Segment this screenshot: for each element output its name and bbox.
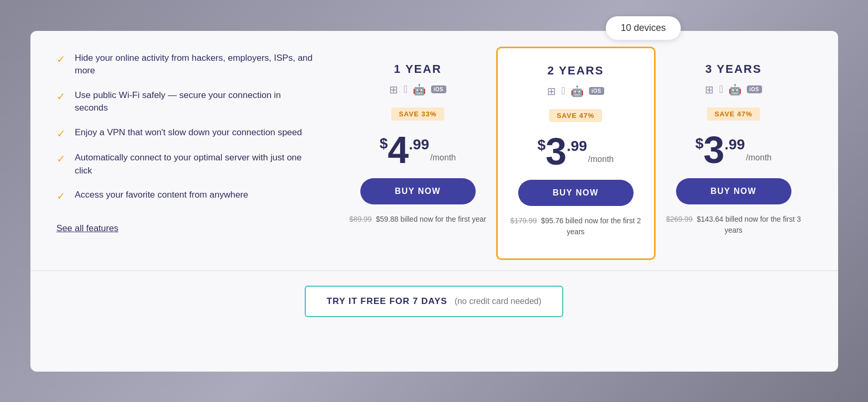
feature-item-3: ✓ Enjoy a VPN that won't slow down your …: [57, 126, 314, 140]
billed-original-2years: $179.99: [510, 216, 537, 225]
feature-text-2: Use public Wi-Fi safely — secure your co…: [75, 89, 314, 115]
feature-item-4: ✓ Automatically connect to your optimal …: [57, 151, 314, 177]
plan-1year-label: 1 YEAR: [394, 62, 442, 76]
feature-item-2: ✓ Use public Wi-Fi safely — secure your …: [57, 89, 314, 115]
price-period-2: /month: [588, 155, 614, 170]
check-icon-2: ✓: [57, 90, 66, 103]
feature-text-1: Hide your online activity from hackers, …: [75, 52, 314, 78]
feature-item-5: ✓ Access your favorite content from anyw…: [57, 189, 314, 202]
features-column: ✓ Hide your online activity from hackers…: [57, 52, 329, 255]
ios-badge-3: iOS: [747, 85, 762, 93]
feature-item-1: ✓ Hide your online activity from hackers…: [57, 52, 314, 78]
plan-2years-save: SAVE 47%: [549, 109, 602, 122]
plan-1year: 1 YEAR ⊞  🤖 iOS SAVE 33% $ 4 .99 /month…: [340, 52, 496, 255]
devices-badge: 10 devices: [606, 16, 680, 40]
plan-2years: 2 YEARS ⊞  🤖 iOS SAVE 47% $ 3 .99 /mont…: [496, 47, 656, 260]
check-icon-4: ✓: [57, 153, 66, 165]
windows-icon-3: ⊞: [705, 83, 714, 96]
price-dollar-1: $: [380, 135, 388, 152]
plan-3years-price: $ 3 .99 /month: [695, 131, 771, 169]
android-icon-3: 🤖: [728, 83, 742, 96]
bottom-section: TRY IT FREE FOR 7 DAYS (no credit card n…: [30, 270, 838, 333]
free-trial-main-text: TRY IT FREE FOR 7 DAYS: [327, 296, 447, 307]
pricing-card: 10 devices ✓ Hide your online activity f…: [30, 31, 838, 372]
price-main-2: 3: [545, 133, 566, 170]
billed-original-1year: $89.99: [349, 215, 372, 223]
ios-badge-2: iOS: [589, 87, 604, 95]
price-decimal-1: .99: [409, 136, 429, 153]
plan-3years-label: 3 YEARS: [705, 62, 762, 76]
windows-icon-2: ⊞: [547, 85, 556, 97]
android-icon: 🤖: [413, 83, 426, 96]
check-icon-1: ✓: [57, 53, 66, 66]
plan-2years-price: $ 3 .99 /month: [538, 133, 614, 170]
check-icon-3: ✓: [57, 127, 66, 140]
pricing-area: 1 YEAR ⊞  🤖 iOS SAVE 33% $ 4 .99 /month…: [340, 52, 812, 255]
billed-text-2years: $95.76 billed now for the first 2 years: [541, 216, 641, 236]
price-decimal-2: .99: [566, 138, 587, 155]
billed-info-2years: $179.99 $95.76 billed now for the first …: [506, 215, 646, 237]
plan-3years-save: SAVE 47%: [707, 107, 759, 121]
plan-2years-platforms: ⊞  🤖 iOS: [547, 85, 604, 97]
billed-info-1year: $89.99 $59.88 billed now for the first y…: [349, 214, 486, 225]
billed-info-3years: $269.99 $143.64 billed now for the first…: [663, 214, 804, 236]
apple-icon-3: : [719, 83, 723, 95]
card-content: ✓ Hide your online activity from hackers…: [30, 31, 838, 270]
billed-text-3years: $143.64 billed now for the first 3 years: [697, 215, 801, 234]
see-all-link[interactable]: See all features: [57, 223, 119, 234]
price-dollar-2: $: [538, 137, 546, 154]
price-period-1: /month: [430, 153, 456, 169]
feature-text-5: Access your favorite content from anywhe…: [75, 189, 249, 202]
plan-1year-platforms: ⊞  🤖 iOS: [389, 83, 446, 96]
windows-icon: ⊞: [389, 83, 398, 96]
plan-2years-label: 2 YEARS: [548, 64, 604, 78]
price-period-3: /month: [746, 153, 771, 169]
buy-button-2years[interactable]: BUY NOW: [518, 180, 634, 206]
ios-badge: iOS: [431, 85, 446, 93]
plan-1year-price: $ 4 .99 /month: [380, 131, 456, 169]
free-trial-sub-text: (no credit card needed): [455, 297, 541, 306]
feature-text-4: Automatically connect to your optimal se…: [75, 151, 314, 177]
billed-original-3years: $269.99: [666, 215, 693, 223]
buy-button-3years[interactable]: BUY NOW: [676, 178, 791, 204]
billed-text-1year: $59.88 billed now for the first year: [376, 215, 486, 223]
android-icon-2: 🤖: [571, 85, 584, 97]
buy-button-1year[interactable]: BUY NOW: [360, 178, 476, 204]
price-main-3: 3: [703, 131, 724, 169]
plan-1year-save: SAVE 33%: [391, 107, 444, 121]
plan-3years-platforms: ⊞  🤖 iOS: [705, 83, 762, 96]
check-icon-5: ✓: [57, 190, 66, 202]
feature-text-3: Enjoy a VPN that won't slow down your co…: [75, 126, 302, 139]
apple-icon-2: : [561, 85, 565, 97]
price-decimal-3: .99: [724, 136, 745, 153]
apple-icon: : [403, 83, 407, 95]
plan-3years: 3 YEARS ⊞  🤖 iOS SAVE 47% $ 3 .99 /mont…: [656, 52, 812, 255]
free-trial-button[interactable]: TRY IT FREE FOR 7 DAYS (no credit card n…: [305, 286, 564, 317]
price-dollar-3: $: [695, 135, 704, 152]
price-main-1: 4: [388, 131, 409, 169]
